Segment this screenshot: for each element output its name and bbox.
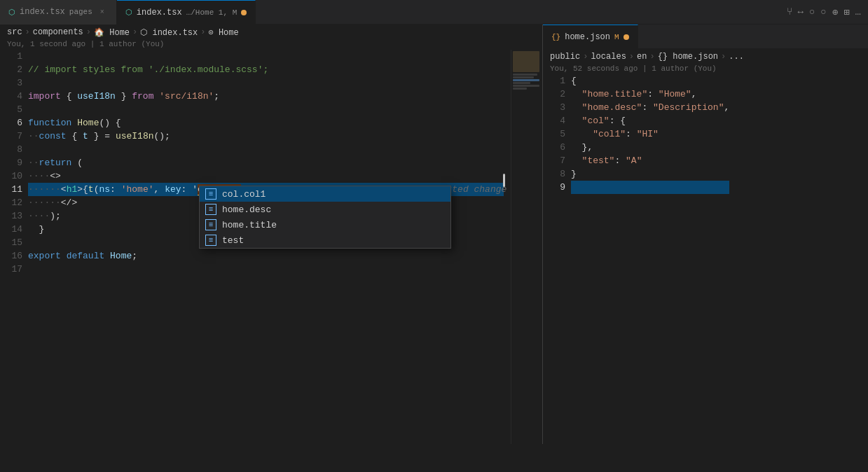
- autocomplete-item-home-title[interactable]: ≡ home.title: [200, 217, 450, 232]
- json-line-3: "home.desc": "Description",: [571, 101, 729, 114]
- scroll-indicator: [503, 174, 505, 187]
- line-numbers-left: 1 2 3 4 5 6 7 8 9 10 11 12 13 14: [0, 50, 28, 444]
- tab-label: index.tsx: [20, 7, 65, 17]
- autocomplete-icon: ≡: [205, 235, 216, 246]
- autocomplete-item-home-desc[interactable]: ≡ home.desc: [200, 202, 450, 217]
- tab-index-tsx-inactive[interactable]: ⬡ index.tsx pages ×: [0, 0, 117, 25]
- tab-modified-json: M: [614, 33, 619, 41]
- json-icon: {}: [551, 33, 560, 41]
- autocomplete-label: home.title: [222, 220, 277, 230]
- line-numbers-right: 1 2 3 4 5 6 7 8 9: [543, 74, 571, 444]
- code-line-17: [28, 263, 504, 276]
- more-actions-icon[interactable]: ↔: [798, 6, 804, 18]
- code-line-9: ··return (: [28, 156, 504, 169]
- crumb-public: public: [550, 52, 580, 62]
- autocomplete-label: col.col1: [222, 189, 266, 200]
- sep-r4: ›: [721, 52, 726, 62]
- json-line-4: "col": {: [571, 114, 729, 127]
- sep-r1: ›: [583, 52, 588, 62]
- tsx-icon-active: ⬡: [125, 8, 132, 17]
- tab-label-active: index.tsx: [137, 8, 182, 18]
- crumb-src: src: [7, 27, 22, 37]
- autocomplete-label: test: [222, 235, 244, 246]
- modified-indicator-right: [624, 34, 629, 40]
- editor-actions: ⑂ ↔ ○ ○ ⊕ ⊞ …: [780, 6, 869, 18]
- autocomplete-icon: ≡: [205, 188, 216, 200]
- json-line-5: "col1": "HI": [571, 127, 729, 141]
- split-editor-icon[interactable]: ⑂: [787, 6, 792, 18]
- breadcrumb-left: src › components › 🏠 Home › ⬡ index.tsx …: [0, 25, 542, 40]
- tab-sublabel: pages: [69, 8, 92, 16]
- autocomplete-label: home.desc: [222, 204, 271, 215]
- tab-label-json: home.json: [565, 32, 610, 42]
- code-line-7: ··const { t } = useI18n();: [28, 130, 504, 143]
- minimap-left: [511, 50, 542, 444]
- json-line-7: "test": "A": [571, 154, 729, 167]
- autocomplete-item-test[interactable]: ≡ test: [200, 232, 450, 248]
- git-info-right: You, 52 seconds ago | 1 author (You): [543, 64, 868, 74]
- crumb-locales: locales: [591, 52, 626, 62]
- crumb-indextsx: ⬡ index.tsx: [140, 27, 198, 38]
- crumb-func: ⊙ Home: [208, 27, 238, 38]
- code-line-4: import { useI18n } from 'src/i18n';: [28, 90, 504, 103]
- code-line-6: function Home() {: [28, 116, 504, 130]
- tab-sublabel-active: …/Home 1, M: [186, 8, 237, 17]
- left-editor-body[interactable]: 1 2 3 4 5 6 7 8 9 10 11 12 13 14: [0, 50, 542, 444]
- autocomplete-icon: ≡: [205, 219, 216, 230]
- json-line-1: {: [571, 74, 729, 88]
- sep4: ›: [200, 27, 205, 37]
- tsx-icon: ⬡: [8, 8, 15, 17]
- editors-container: src › components › 🏠 Home › ⬡ index.tsx …: [0, 25, 868, 444]
- grid-icon[interactable]: ⊞: [843, 6, 849, 18]
- crumb-home: 🏠 Home: [94, 27, 130, 38]
- autocomplete-dropdown[interactable]: ≡ col.col1 ≡ home.desc ≡ home.title ≡ te…: [199, 186, 451, 249]
- tab-home-json[interactable]: {} home.json M: [543, 25, 638, 49]
- code-line-10: ····<>: [28, 169, 504, 183]
- json-line-9: [571, 181, 729, 194]
- crumb-dots: ...: [729, 52, 744, 62]
- tab-close-button[interactable]: ×: [97, 6, 108, 18]
- tab-bar: ⬡ index.tsx pages × ⬡ index.tsx …/Home 1…: [0, 0, 868, 25]
- modified-indicator: [241, 10, 247, 15]
- code-line-1: [28, 50, 504, 63]
- code-line-5: [28, 103, 504, 116]
- ellipsis-icon[interactable]: …: [855, 6, 861, 18]
- layout-icon[interactable]: ⊕: [832, 6, 838, 18]
- sep: ›: [25, 27, 30, 37]
- tab-index-tsx-active[interactable]: ⬡ index.tsx …/Home 1, M: [117, 0, 256, 25]
- code-line-2: // import styles from './index.module.sc…: [28, 63, 504, 76]
- crumb-components: components: [33, 27, 83, 37]
- code-line-3: [28, 76, 504, 90]
- autocomplete-item-col-col1[interactable]: ≡ col.col1: [200, 186, 450, 202]
- right-editor: {} home.json M public › locales › en › {…: [543, 25, 868, 444]
- left-editor: src › components › 🏠 Home › ⬡ index.tsx …: [0, 25, 543, 444]
- minimap-content: [511, 50, 542, 92]
- circle-icon-2[interactable]: ○: [820, 6, 826, 18]
- right-code-content[interactable]: { "home.title": "Home", "home.desc": "De…: [571, 74, 736, 444]
- code-line-8: [28, 143, 504, 156]
- sep3: ›: [132, 27, 137, 37]
- crumb-en: en: [637, 52, 647, 62]
- git-info-left: You, 1 second ago | 1 author (You): [0, 40, 542, 50]
- breadcrumb-right: public › locales › en › {} home.json › .…: [543, 49, 868, 64]
- right-code-area: 1 2 3 4 5 6 7 8 9 { "home.title": "Home"…: [543, 74, 736, 444]
- crumb-homejson: {} home.json: [658, 52, 718, 62]
- autocomplete-icon: ≡: [205, 204, 216, 215]
- sep2: ›: [86, 27, 91, 37]
- json-line-8: }: [571, 167, 729, 181]
- code-line-16: export default Home;: [28, 249, 504, 263]
- right-editor-body[interactable]: 1 2 3 4 5 6 7 8 9 { "home.title": "Home"…: [543, 74, 868, 444]
- sep-r2: ›: [629, 52, 634, 62]
- circle-icon-1[interactable]: ○: [809, 6, 815, 18]
- json-line-2: "home.title": "Home",: [571, 88, 729, 101]
- json-line-6: },: [571, 141, 729, 154]
- sep-r3: ›: [649, 52, 654, 62]
- right-tab-bar: {} home.json M: [543, 25, 868, 49]
